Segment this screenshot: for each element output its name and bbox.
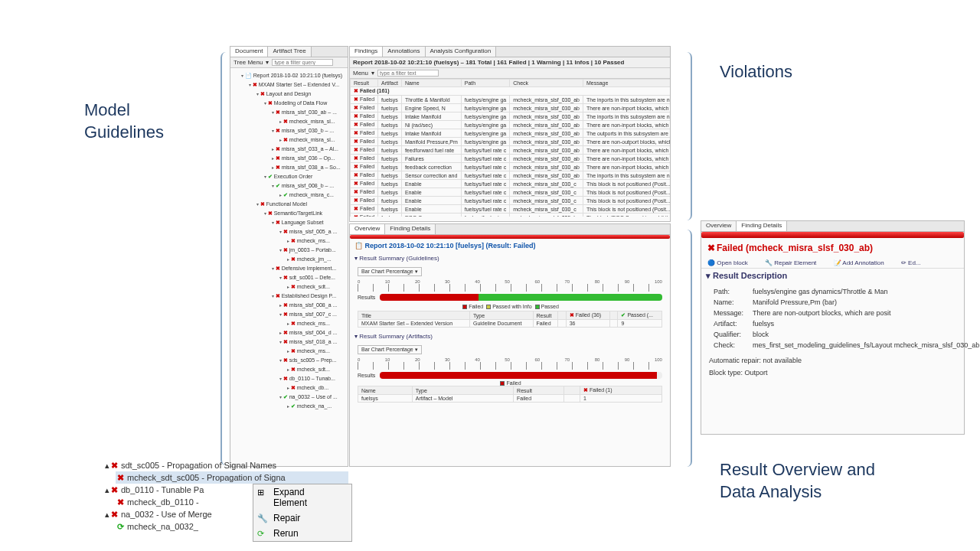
edit-link[interactable]: ✏ Ed... (901, 259, 929, 266)
artifacts-table: NameTypeResult✖Failed (1) fuelsysArtifac… (358, 386, 662, 403)
guidelines-table: TitleTypeResult✖Failed (36)✔Passed (... … (358, 311, 662, 328)
table-row[interactable]: ✖FailedfuelsysEnablefuelsys/fuel rate cm… (351, 205, 671, 214)
ctx-expand-element[interactable]: ⊞Expand Element (253, 484, 351, 510)
zoom-row-selected[interactable]: ✖mcheck_sdt_sc005 - Propagation of Signa (116, 471, 348, 484)
ctx-repair[interactable]: 🔧Repair (253, 510, 351, 526)
table-row[interactable]: ✖FailedfuelsysIntake Manifoldfuelsys/eng… (351, 129, 671, 138)
tree-tabs: Document Artifact Tree (230, 47, 348, 57)
zoom-row[interactable]: ▴✖sdt_sc005 - Propagation of Signal Name… (103, 459, 348, 471)
annot-model-guidelines: Model Guidelines (84, 99, 164, 143)
tree-body[interactable]: 📄Report 2018-10-02 10:21:10 (fuelsys) ✖M… (230, 68, 348, 414)
add-annotation-link[interactable]: 📝 Add Annotation (834, 259, 892, 266)
overview-tab-overview[interactable]: Overview (350, 224, 385, 234)
findings-table-wrap[interactable]: ResultArtifactName PathCheckMessage ✖Fai… (350, 79, 670, 217)
tab-findings[interactable]: Findings (350, 47, 383, 57)
table-row[interactable]: ✖FailedfuelsysIntake Manifoldfuelsys/eng… (351, 112, 671, 121)
findings-header: Report 2018-10-02 10:21:10 (fuelsys) – 1… (350, 57, 670, 68)
block-type: Block type: Outport (701, 367, 964, 378)
table-row[interactable]: ✖FailedfuelsysManifold Pressure,Pmfuelsy… (351, 138, 671, 146)
tab-annotations[interactable]: Annotations (383, 47, 425, 57)
tree-panel: Document Artifact Tree Tree Menu ▾ 📄Repo… (230, 46, 348, 467)
overview-tab-details[interactable]: Finding Details (385, 224, 436, 234)
findings-filter-input[interactable] (377, 70, 439, 77)
table-row[interactable]: ✖FailedfuelsysNi (rad/sec)fuelsys/engine… (351, 121, 671, 129)
fail-title: ✖Failed (mcheck_misra_slsf_030_ab) (701, 238, 964, 258)
tab-artifact-tree[interactable]: Artifact Tree (268, 47, 311, 57)
ctx-rerun[interactable]: ⟳Rerun (253, 526, 351, 541)
brace-top-right (681, 52, 692, 220)
details-kv: Path:fuelsys/engine gas dynamics/Throttl… (709, 286, 980, 350)
overview-panel: Overview Finding Details 📋 Report 2018-1… (349, 223, 671, 467)
rerun-icon: ⟳ (257, 529, 264, 539)
details-toolbar: 🔵 Open block 🔧 Repair Element 📝 Add Anno… (701, 258, 964, 269)
sec-result-desc[interactable]: Result Description (701, 269, 964, 283)
table-row[interactable]: ✖FailedfuelsysEngine Speed, Nfuelsys/eng… (351, 104, 671, 112)
tree-toolbar: Tree Menu ▾ (230, 57, 348, 68)
table-row[interactable]: ✖FailedfuelsysFailuresfuelsys/fuel rate … (351, 155, 671, 163)
findings-table: ResultArtifactName PathCheckMessage ✖Fai… (350, 79, 670, 217)
findings-menu[interactable]: Menu (353, 70, 368, 77)
table-row[interactable]: ✖FailedfuelsysEnablefuelsys/fuel rate cm… (351, 188, 671, 197)
table-row[interactable]: ✖FailedfuelsysSensor correction andfuels… (351, 171, 671, 180)
guidelines-bar (380, 294, 662, 301)
wrench-icon: 🔧 (257, 514, 268, 523)
table-row[interactable]: ✖FailedfuelsysEGO Sensorfuelsys/fuel rat… (351, 214, 671, 217)
report-title: 📋 Report 2018-10-02 10:21:10 [fuelsys] (… (350, 239, 670, 253)
sec-artifacts[interactable]: Result Summary (Artifacts) (350, 331, 670, 342)
open-block-link[interactable]: 🔵 Open block (707, 259, 756, 266)
expand-icon: ⊞ (257, 487, 264, 497)
artifacts-bar (380, 372, 662, 379)
repair-element-link[interactable]: 🔧 Repair Element (765, 259, 824, 266)
bar-chart-select-2[interactable]: Bar Chart Percentage ▾ (358, 345, 422, 354)
annot-violations: Violations (720, 61, 792, 83)
tree-menu-label[interactable]: Tree Menu (234, 59, 263, 66)
details-tab-overview[interactable]: Overview (701, 221, 737, 231)
details-redbar (701, 232, 964, 238)
tab-config[interactable]: Analysis Configuration (426, 47, 497, 57)
table-row[interactable]: ✖Failedfuelsysfeedforward fuel ratefuels… (351, 146, 671, 155)
details-panel: Overview Finding Details ✖Failed (mcheck… (701, 220, 965, 435)
bar-chart-select[interactable]: Bar Chart Percentage ▾ (358, 267, 422, 276)
brace-bottom-right (681, 230, 692, 467)
tree-filter-input[interactable] (272, 59, 333, 66)
tab-document[interactable]: Document (230, 47, 268, 57)
table-row[interactable]: ✖Failedfuelsysfeedback correctionfuelsys… (351, 163, 671, 171)
context-menu: ⊞Expand Element 🔧Repair ⟳Rerun (253, 484, 352, 542)
findings-panel: Findings Annotations Analysis Configurat… (349, 46, 671, 222)
table-row[interactable]: ✖FailedfuelsysEnablefuelsys/fuel rate cm… (351, 197, 671, 205)
auto-repair: Automatic repair: not available (701, 354, 964, 367)
table-row[interactable]: ✖FailedfuelsysEnablefuelsys/fuel rate cm… (351, 180, 671, 188)
annot-result-overview: Result Overview and Data Analysis (720, 459, 875, 503)
details-tab-finding[interactable]: Finding Details (737, 221, 787, 231)
table-row[interactable]: ✖FailedfuelsysThrottle & Manifoldfuelsys… (351, 96, 671, 104)
sec-guidelines[interactable]: Result Summary (Guidelines) (350, 253, 670, 264)
